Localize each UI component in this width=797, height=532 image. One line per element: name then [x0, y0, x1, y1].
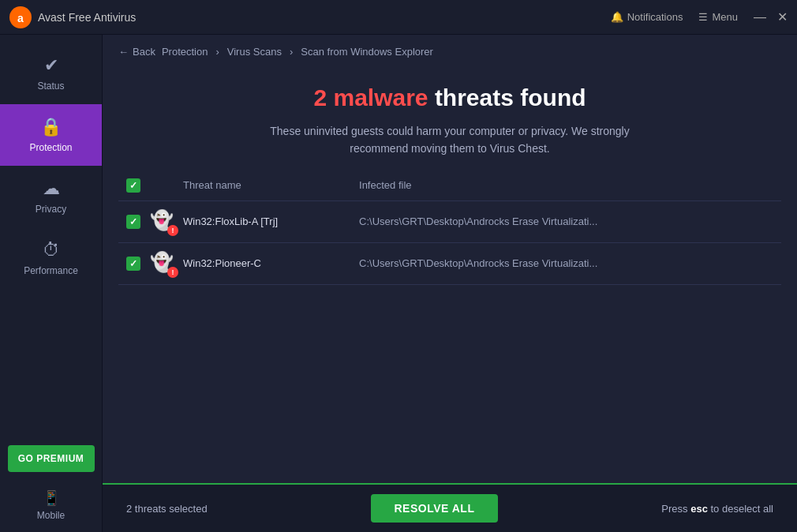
row2-icon-cell: 👻 ! [150, 242, 183, 284]
col-threat-name: Threat name [183, 170, 359, 201]
row1-icon-cell: 👻 ! [150, 200, 183, 242]
main-content: ← Back Protection › Virus Scans › Scan f… [103, 35, 797, 532]
content-spacer [103, 327, 797, 483]
row2-infected-file: C:\Users\GRT\Desktop\Androcks Erase Virt… [359, 242, 781, 284]
row1-checkbox-cell[interactable]: ✓ [118, 200, 150, 242]
row2-threat-name: Win32:Pioneer-C [183, 242, 359, 284]
breadcrumb-sep-2: › [290, 46, 293, 58]
row2-threat-icon: 👻 ! [150, 251, 175, 276]
breadcrumb-protection[interactable]: Protection [162, 46, 208, 58]
threats-section: ✓ Threat name Infected file [103, 170, 797, 327]
breadcrumb-sep-1: › [215, 46, 219, 58]
result-title: 2 malware threats found [118, 84, 781, 111]
title-bar-left: a Avast Free Antivirus [9, 6, 136, 28]
result-area: 2 malware threats found These uninvited … [103, 69, 797, 170]
back-button[interactable]: ← Back [118, 46, 155, 58]
minimize-button[interactable]: — [754, 11, 766, 24]
breadcrumb-current: Scan from Windows Explorer [301, 46, 433, 58]
result-subtitle: These uninvited guests could harm your c… [118, 122, 781, 158]
row2-checkbox[interactable]: ✓ [126, 257, 140, 271]
sidebar-item-status[interactable]: ✔ Status [0, 43, 102, 104]
threats-selected-count: 2 threats selected [126, 503, 208, 515]
sidebar-protection-label: Protection [29, 142, 72, 153]
back-label: Back [133, 46, 155, 58]
app-title: Avast Free Antivirus [38, 11, 136, 24]
menu-icon: ☰ [698, 11, 708, 23]
col-checkbox: ✓ [118, 170, 150, 201]
bell-icon: 🔔 [611, 11, 623, 23]
performance-icon: ⏱ [43, 240, 60, 260]
row1-threat-icon: 👻 ! [150, 209, 175, 234]
resolve-all-button[interactable]: RESOLVE ALL [371, 494, 499, 523]
malware-count: 2 malware [313, 84, 428, 111]
close-button[interactable]: ✕ [777, 11, 788, 24]
mobile-icon: 📱 [43, 489, 60, 507]
bottom-bar: 2 threats selected RESOLVE ALL Press esc… [103, 483, 797, 532]
go-premium-button[interactable]: GO PREMIUM [8, 445, 95, 472]
title-bar: a Avast Free Antivirus 🔔 Notifications ☰… [0, 0, 797, 35]
back-arrow-icon: ← [118, 46, 129, 58]
esc-hint: Press esc to deselect all [661, 503, 773, 515]
sidebar-item-protection[interactable]: 🔒 Protection [0, 104, 102, 166]
protection-lock-icon: 🔒 [40, 117, 62, 137]
row2-checkbox-cell[interactable]: ✓ [118, 242, 150, 284]
threat-badge-2: ! [167, 267, 178, 278]
table-header: ✓ Threat name Infected file [118, 170, 781, 201]
table-body: ✓ 👻 ! Win32:FloxLib-A [Trj] [118, 200, 781, 284]
row1-infected-file: C:\Users\GRT\Desktop\Androcks Erase Virt… [359, 200, 781, 242]
window-controls: — ✕ [754, 11, 788, 24]
mobile-label: Mobile [37, 510, 65, 521]
privacy-icon: ☁ [43, 178, 60, 199]
col-icon [150, 170, 183, 201]
row1-threat-name: Win32:FloxLib-A [Trj] [183, 200, 359, 242]
threats-found-label: threats found [428, 84, 586, 111]
status-icon: ✔ [44, 55, 58, 76]
breadcrumb-virusscans[interactable]: Virus Scans [227, 46, 282, 58]
sidebar-performance-label: Performance [24, 265, 78, 276]
sidebar: ✔ Status 🔒 Protection ☁ Privacy ⏱ Perfor… [0, 35, 103, 532]
col-infected-file: Infected file [359, 170, 781, 201]
title-bar-right: 🔔 Notifications ☰ Menu — ✕ [611, 11, 788, 24]
threats-table: ✓ Threat name Infected file [118, 170, 781, 285]
avast-logo-icon: a [9, 6, 32, 28]
row1-checkbox[interactable]: ✓ [126, 215, 140, 229]
threat-badge-1: ! [167, 225, 178, 236]
table-row: ✓ 👻 ! Win32:Pioneer-C [118, 242, 781, 284]
sidebar-privacy-label: Privacy [36, 204, 66, 215]
svg-text:a: a [17, 12, 24, 24]
table-row: ✓ 👻 ! Win32:FloxLib-A [Trj] [118, 200, 781, 242]
menu-button[interactable]: ☰ Menu [698, 11, 738, 23]
app-body: ✔ Status 🔒 Protection ☁ Privacy ⏱ Perfor… [0, 35, 797, 532]
sidebar-item-performance[interactable]: ⏱ Performance [0, 227, 102, 289]
notifications-button[interactable]: 🔔 Notifications [611, 11, 683, 23]
breadcrumb: ← Back Protection › Virus Scans › Scan f… [103, 35, 797, 69]
sidebar-item-mobile[interactable]: 📱 Mobile [0, 478, 102, 532]
sidebar-status-label: Status [37, 81, 64, 92]
sidebar-item-privacy[interactable]: ☁ Privacy [0, 166, 102, 227]
select-all-checkbox[interactable]: ✓ [126, 178, 140, 193]
